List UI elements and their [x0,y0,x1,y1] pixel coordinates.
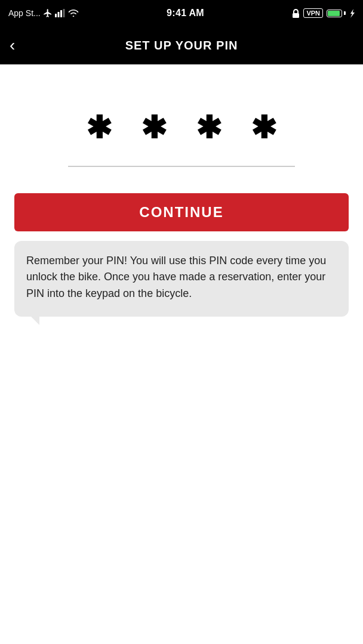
back-button[interactable]: ‹ [10,37,15,54]
svg-marker-5 [350,9,355,18]
signal-icon [55,9,66,17]
main-content: ✱ ✱ ✱ ✱ CONTINUE Remember your PIN! You … [0,64,363,317]
continue-button[interactable]: CONTINUE [14,193,349,231]
info-box: Remember your PIN! You will use this PIN… [14,241,349,317]
nav-bar: ‹ SET UP YOUR PIN [0,26,363,64]
pin-dots: ✱ ✱ ✱ ✱ [86,112,277,143]
battery-fill [328,11,340,16]
pin-dot-3: ✱ [196,112,222,143]
pin-dot-4: ✱ [251,112,277,143]
info-text: Remember your PIN! You will use this PIN… [26,253,337,303]
continue-button-label: CONTINUE [139,204,223,221]
status-left: App St... [8,8,79,18]
page-title: SET UP YOUR PIN [125,39,238,52]
pin-dot-2: ✱ [141,112,167,143]
pin-display-area: ✱ ✱ ✱ ✱ [14,64,349,179]
svg-rect-0 [55,14,57,17]
battery-icon [327,10,346,17]
svg-rect-4 [293,13,299,18]
vpn-badge: VPN [303,8,323,18]
status-bar: App St... 9:41 AM VPN [0,0,363,26]
pin-dot-1: ✱ [86,112,112,143]
charging-icon [349,9,355,18]
svg-rect-3 [63,9,64,17]
wifi-icon [68,9,79,17]
battery-tip [344,11,346,15]
airplane-icon [43,8,53,18]
pin-underline [68,166,295,167]
battery-body [327,10,342,17]
svg-rect-1 [57,12,59,17]
status-time: 9:41 AM [167,8,204,18]
svg-rect-2 [60,10,62,17]
app-store-label: App St... [8,8,41,18]
status-right: VPN [292,8,355,18]
lock-icon [292,9,300,18]
